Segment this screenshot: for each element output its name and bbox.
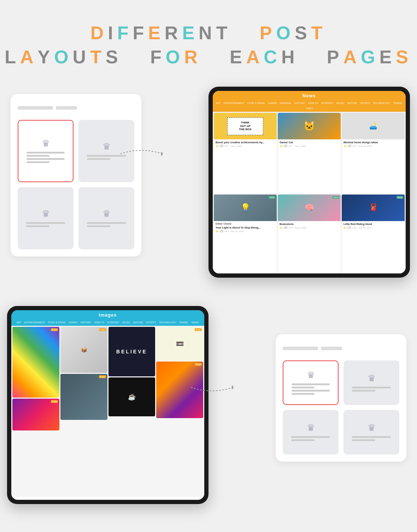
news-card-body-6: Little Red Riding Hood ⭐ 0 💬 1 👁 0 July … [342, 221, 405, 274]
img-badge: Image [51, 328, 58, 331]
images-nav-item[interactable]: ART [17, 321, 22, 324]
img-dark-mug: ☕ [108, 377, 155, 416]
wf-lines [87, 222, 126, 229]
nav-item[interactable]: HOW-TO [308, 102, 318, 104]
news-card-5: 🧠 News Brainstorm ⭐ 0 💬 1 👁 0 Aug 2, 201… [278, 195, 341, 274]
wf-crown-icon: ♛ [102, 208, 111, 219]
images-nav-item[interactable]: HOW-TO [94, 321, 104, 324]
wf-lines [291, 436, 330, 443]
wireframe-left: ♛ ♛ ♛ ♛ [11, 94, 141, 256]
wf-lines [27, 152, 64, 164]
news-card-image-6: 🧣 News [342, 195, 405, 221]
news-header: News [213, 91, 406, 100]
nav-item[interactable]: GENERAL [280, 102, 292, 104]
wireframe-card-right-3: ♛ [343, 410, 399, 455]
nav-item[interactable]: GAMES [268, 102, 277, 104]
tablet-mockup-bottom: Images ART ENTERTAINMENT FOOD & DRINK GA… [7, 306, 208, 504]
page-title-line1: DIFFERENT POST [0, 21, 417, 45]
img-room: Image [60, 374, 107, 420]
news-card-body-1: Boost your creative achievements by... ⭐… [214, 139, 277, 193]
news-badge-4: News [269, 196, 275, 199]
wf-line-short [87, 225, 110, 227]
img-badge: Image [195, 363, 202, 366]
wf-line [26, 222, 65, 224]
wf-line-short [292, 387, 314, 388]
wireframe-top-bar [18, 101, 134, 115]
dashed-arrow-bottom [191, 377, 233, 398]
images-nav-item[interactable]: NATURE [133, 321, 143, 324]
wireframe-right: ♛ ♛ ♛ ♛ [276, 334, 406, 462]
wf-crown-icon: ♛ [368, 373, 376, 384]
wireframe-card: ♛ [78, 187, 134, 249]
news-card-title-2: Gamer Cat [280, 141, 339, 144]
page-title-line2: LAYOUTS FOR EACH PAGES [0, 45, 417, 69]
images-nav-item[interactable]: ENTERTAINMENT [24, 321, 45, 324]
page-header: DIFFERENT POST LAYOUTS FOR EACH PAGES [0, 0, 417, 80]
img-badge: Image [99, 328, 106, 331]
images-nav-item[interactable]: GAMES [69, 321, 77, 324]
news-card-subtitle-4: Your Light Is About To Stop Being... [216, 226, 275, 229]
wf-line [27, 158, 64, 160]
images-nav-item[interactable]: VIDEO [191, 321, 199, 324]
nav-item[interactable]: FOOD & DRINK [247, 102, 265, 104]
wf-line [27, 152, 64, 154]
nav-item[interactable]: HISTORY [294, 102, 305, 104]
wf-bar-short [56, 106, 77, 110]
wf-line [292, 383, 329, 385]
images-nav-item[interactable]: HISTORY [80, 321, 91, 324]
news-card-body-2: Gamer Cat ⭐ 0 💬 1 👁 7 Jan 2, 2019 [278, 139, 341, 193]
nav-item[interactable]: NATURE [347, 102, 357, 104]
nav-item[interactable]: TECHNOLOGY [373, 102, 390, 104]
images-nav-item[interactable]: MUSIC [122, 321, 130, 324]
wf-line-short [27, 161, 49, 163]
news-card-image-3: 🛋️ [342, 113, 405, 139]
images-masonry: Image Image 📦 Image Image [11, 326, 204, 497]
news-card-title-6: Little Red Riding Hood [343, 222, 403, 226]
news-card-title-5: Brainstorm [280, 222, 339, 226]
images-nav-item[interactable]: TRAVEL [179, 321, 189, 324]
img-believe: BELIEVE [108, 327, 155, 376]
images-nav-item[interactable]: TECHNOLOGY [159, 321, 176, 324]
nav-item[interactable]: ENTERTAINMENT [224, 102, 245, 104]
wf-lines [352, 436, 391, 443]
news-card-image-4: 💡 News [214, 195, 277, 221]
news-card-4: 💡 News Editor Choice Your Light Is About… [214, 195, 277, 274]
wf-line [292, 390, 329, 392]
images-nav-item[interactable]: SPORTS [146, 321, 156, 324]
nav-item[interactable]: SPORTS [360, 102, 370, 104]
news-card-title-1: Boost your creative achievements by... [216, 141, 275, 144]
news-card-meta-3: ⭐ 0 💬 1 👁 7 Dec 25, 2018 [343, 145, 403, 147]
nav-item[interactable]: INTERNET [321, 102, 334, 104]
news-card-3: 🛋️ Minimal home design ideas ⭐ 0 💬 1 👁 7… [342, 113, 405, 193]
wf-line [352, 436, 391, 438]
nav-item[interactable]: MUSIC [336, 102, 345, 104]
news-badge-5: News [333, 196, 339, 199]
img-col-2: 📦 Image Image [60, 327, 107, 496]
wf-bar-short [321, 347, 342, 350]
news-card-2: 🐱 Gamer Cat ⭐ 0 💬 1 👁 7 Jan 2, 2019 [278, 113, 341, 193]
images-nav-item[interactable]: INTERNET [107, 321, 119, 324]
svg-marker-1 [232, 385, 233, 389]
news-card-image-2: 🐱 [278, 113, 341, 139]
news-card-image-1: THINKOUT OFTHE BOX [214, 113, 277, 139]
img-badge: Image [51, 400, 58, 403]
wf-bar [283, 347, 318, 350]
news-grid: THINKOUT OFTHE BOX Boost your creative a… [213, 112, 406, 273]
wf-crown-icon: ♛ [307, 422, 315, 433]
img-col-1: Image Image [12, 327, 59, 496]
nav-item[interactable]: TRAVEL [393, 102, 403, 104]
wf-crown-icon: ♛ [42, 208, 50, 219]
wireframe-card-right: ♛ [343, 360, 399, 405]
news-card-title-4: Editor Choice [216, 222, 275, 225]
news-card-body-5: Brainstorm ⭐ 0 💬 1 👁 0 Aug 2, 2018 [278, 221, 341, 274]
img-col-4: 📼 Image Image [156, 327, 203, 496]
nav-item[interactable]: VIDEO [305, 107, 313, 110]
wireframe-top-bar-right [283, 341, 399, 355]
images-nav: ART ENTERTAINMENT FOOD & DRINK GAMES HIS… [11, 320, 204, 326]
img-cassette: 📼 Image [156, 327, 203, 360]
nav-item[interactable]: ART [216, 102, 221, 104]
tablet-screen-bottom: Images ART ENTERTAINMENT FOOD & DRINK GA… [11, 310, 204, 500]
tablet-screen-top: News ART ENTERTAINMENT FOOD & DRINK GAME… [213, 91, 406, 273]
section-top: ♛ ♛ ♛ ♛ [0, 80, 417, 285]
images-nav-item[interactable]: FOOD & DRINK [48, 321, 66, 324]
